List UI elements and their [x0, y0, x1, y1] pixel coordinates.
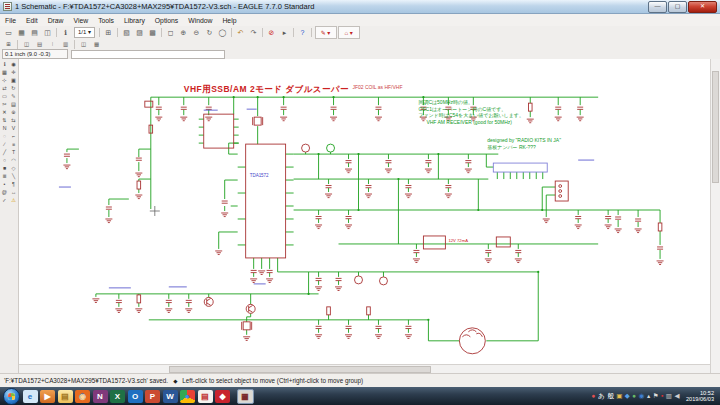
tool-group[interactable]: ▭: [1, 93, 9, 100]
tray-app-icon-3[interactable]: ●: [632, 392, 636, 400]
ime-mode-icon[interactable]: 般: [607, 392, 614, 400]
menu-file[interactable]: File: [0, 15, 21, 26]
tool-circle[interactable]: ○: [1, 157, 9, 164]
tool-net[interactable]: ╲: [10, 173, 18, 180]
layer-color-button[interactable]: ▨: [134, 27, 146, 38]
open-button[interactable]: ▭: [3, 27, 15, 38]
schematic-canvas[interactable]: TDA1572: [19, 59, 710, 374]
tool-errors[interactable]: ⚠: [10, 197, 18, 204]
ime-hiragana-icon[interactable]: あ: [598, 392, 605, 400]
zoom-select-button[interactable]: ◯: [217, 27, 229, 38]
tool-rotate[interactable]: ↻: [10, 85, 18, 92]
tool-erc[interactable]: ✓: [1, 197, 9, 204]
regulator-ic[interactable]: [423, 236, 445, 249]
tool-value[interactable]: V: [10, 125, 18, 132]
tool-rect[interactable]: ■: [1, 165, 9, 172]
display-option-button-2[interactable]: ▤: [34, 40, 46, 48]
taskbar-chrome[interactable]: ●: [180, 390, 195, 403]
cam-button[interactable]: ◫: [42, 27, 54, 38]
tray-network-icon[interactable]: ▥: [666, 392, 672, 400]
menu-help[interactable]: Help: [217, 15, 241, 26]
tool-copy[interactable]: ▣: [10, 77, 18, 84]
menu-library[interactable]: Library: [119, 15, 150, 26]
menu-draw[interactable]: Draw: [43, 15, 69, 26]
taskbar-powerpoint[interactable]: P: [145, 390, 160, 403]
grid-button[interactable]: ⊞: [103, 27, 115, 38]
help-button[interactable]: ?: [297, 27, 309, 38]
taskbar-explorer[interactable]: ▤: [58, 390, 73, 403]
tool-smash[interactable]: ◌: [1, 133, 9, 140]
run-ulp-button[interactable]: ⌂ ▾: [338, 26, 360, 39]
tool-delete[interactable]: ✕: [1, 109, 9, 116]
tray-hidden-icons[interactable]: ▴: [647, 392, 650, 400]
grid-settings-button[interactable]: ⊞: [3, 40, 15, 48]
taskbar-excel[interactable]: X: [110, 390, 125, 403]
tool-wire[interactable]: ╱: [1, 149, 9, 156]
tool-polygon[interactable]: ◇: [10, 165, 18, 172]
tray-flag-icon[interactable]: ⚑: [653, 392, 659, 400]
tool-invoke[interactable]: ≡: [10, 141, 18, 148]
taskbar-red-app[interactable]: ◆: [215, 390, 230, 403]
menu-options[interactable]: Options: [150, 15, 183, 26]
display-option-button-4[interactable]: ▥: [60, 40, 72, 48]
taskbar-clock[interactable]: 10:52 2019/06/03: [686, 390, 714, 403]
tool-display[interactable]: ▦: [1, 69, 9, 76]
crystal-filter-block[interactable]: [493, 160, 594, 172]
taskbar-onenote[interactable]: N: [93, 390, 108, 403]
tool-show[interactable]: ◉: [10, 61, 18, 68]
main-ic[interactable]: TDA1572: [246, 144, 286, 258]
horizontal-scroll-thumb[interactable]: [169, 366, 431, 373]
taskbar-sticky-notes[interactable]: ▤: [198, 390, 213, 403]
close-button[interactable]: ✕: [688, 1, 717, 13]
vertical-scrollbar[interactable]: [710, 59, 720, 374]
tool-mark[interactable]: ✛: [10, 69, 18, 76]
undo-button[interactable]: ↶: [235, 27, 247, 38]
redo-button[interactable]: ↷: [248, 27, 260, 38]
tool-attribute[interactable]: @: [1, 189, 9, 196]
tool-add[interactable]: ⊕: [10, 109, 18, 116]
tool-paste[interactable]: ▤: [10, 101, 18, 108]
tray-volume-icon[interactable]: ◀: [675, 392, 680, 400]
menu-view[interactable]: View: [69, 15, 94, 26]
layer-list-button[interactable]: ▩: [147, 27, 159, 38]
display-option-button-3[interactable]: ⁞: [47, 40, 59, 48]
tool-pinswap[interactable]: ⇅: [1, 117, 9, 124]
tool-label[interactable]: ¶: [10, 181, 18, 188]
tool-replace[interactable]: ⇆: [10, 117, 18, 124]
command-input[interactable]: [71, 50, 225, 59]
menu-tools[interactable]: Tools: [93, 15, 119, 26]
tray-badge-icon[interactable]: ●: [592, 392, 596, 400]
zoom-out-button[interactable]: ⊖: [191, 27, 203, 38]
tray-app-icon-1[interactable]: ▣: [616, 392, 622, 400]
save-button[interactable]: ▦: [16, 27, 28, 38]
minimize-button[interactable]: —: [648, 1, 667, 13]
display-option-button-6[interactable]: ▦: [91, 40, 103, 48]
zoom-redraw-button[interactable]: ↻: [204, 27, 216, 38]
filter-ic[interactable]: [204, 110, 234, 148]
taskbar-ie[interactable]: e: [23, 390, 38, 403]
tool-junction[interactable]: •: [1, 181, 9, 188]
tool-split[interactable]: ∕: [1, 141, 9, 148]
taskbar-eagle-running[interactable]: ▦: [237, 389, 254, 404]
regulator-ic2[interactable]: [496, 237, 510, 247]
taskbar-outlook[interactable]: O: [128, 390, 143, 403]
print-button[interactable]: ▤: [29, 27, 41, 38]
output-connector[interactable]: [555, 181, 568, 201]
zoom-in-button[interactable]: ⊕: [178, 27, 190, 38]
tool-change[interactable]: ✎: [10, 93, 18, 100]
zoom-fit-button[interactable]: ◻: [165, 27, 177, 38]
tool-move[interactable]: ⊹: [1, 77, 9, 84]
tool-bus[interactable]: ≣: [1, 173, 9, 180]
toroid-transformer[interactable]: [459, 328, 485, 354]
tool-cut[interactable]: ✂: [1, 101, 9, 108]
tray-app-icon-2[interactable]: ◆: [625, 392, 630, 400]
display-option-button-1[interactable]: ◫: [21, 40, 33, 48]
vertical-scroll-thumb[interactable]: [712, 71, 719, 183]
tool-mirror[interactable]: ⇄: [1, 85, 9, 92]
tray-app-icon-4[interactable]: ◉: [639, 392, 645, 400]
maximize-button[interactable]: ▢: [668, 1, 687, 13]
menu-window[interactable]: Window: [183, 15, 217, 26]
antenna-connector[interactable]: [145, 101, 153, 107]
tool-info[interactable]: ℹ: [1, 61, 9, 68]
tool-name[interactable]: N: [1, 125, 9, 132]
